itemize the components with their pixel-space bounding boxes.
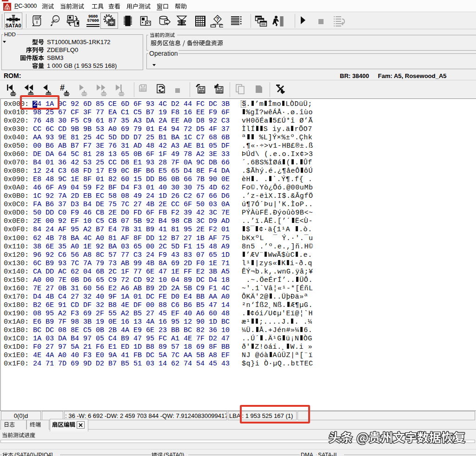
svg-text:?: ?	[216, 17, 219, 22]
svg-text:#: #	[60, 84, 65, 92]
